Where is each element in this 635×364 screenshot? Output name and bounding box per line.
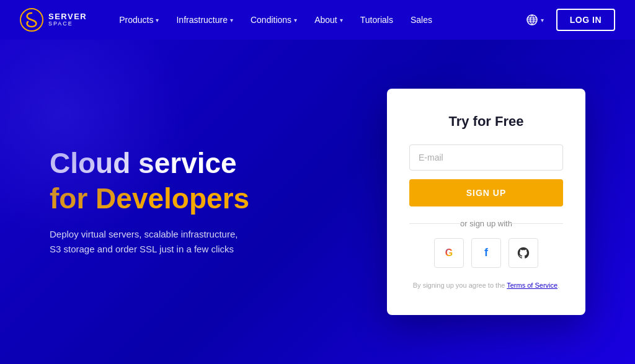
nav-products-label: Products: [119, 15, 153, 25]
divider-or-text: or sign up with: [409, 219, 563, 228]
social-buttons: G f: [409, 238, 563, 268]
nav-conditions-label: Conditions: [251, 15, 291, 25]
github-signin-button[interactable]: [508, 238, 538, 268]
logo-icon: [20, 8, 43, 32]
navbar: SERVER SPACE Products ▾ Infrastructure ▾…: [0, 0, 635, 40]
nav-tutorials[interactable]: Tutorials: [353, 10, 401, 30]
conditions-chevron-icon: ▾: [294, 17, 297, 24]
google-icon: G: [445, 247, 453, 259]
login-button[interactable]: LOG IN: [556, 9, 615, 31]
globe-icon: [526, 14, 538, 26]
nav-about-label: About: [314, 15, 337, 25]
terms-prefix: By signing up you agree to the: [413, 282, 507, 289]
language-chevron-icon: ▾: [541, 17, 544, 24]
nav-about[interactable]: About ▾: [307, 10, 350, 30]
facebook-signin-button[interactable]: f: [471, 238, 501, 268]
about-chevron-icon: ▾: [340, 17, 343, 24]
card-title: Try for Free: [409, 113, 563, 130]
brand-server: SERVER: [48, 12, 87, 21]
nav-infrastructure-label: Infrastructure: [176, 15, 227, 25]
nav-sales[interactable]: Sales: [403, 10, 440, 30]
brand-space: SPACE: [48, 21, 87, 27]
email-field[interactable]: [409, 144, 563, 171]
nav-menu: Products ▾ Infrastructure ▾ Conditions ▾…: [112, 10, 521, 30]
language-selector[interactable]: ▾: [521, 10, 549, 30]
nav-right: ▾ LOG IN: [521, 9, 615, 31]
hero-title-line1: Cloud service: [50, 147, 350, 180]
google-signin-button[interactable]: G: [434, 238, 464, 268]
facebook-icon: f: [484, 246, 488, 259]
infrastructure-chevron-icon: ▾: [230, 17, 233, 24]
hero-title-line2: for Developers: [50, 182, 350, 215]
signup-card: Try for Free SIGN UP or sign up with G f…: [387, 89, 585, 316]
products-chevron-icon: ▾: [156, 17, 159, 24]
signup-button[interactable]: SIGN UP: [409, 179, 563, 206]
logo-text: SERVER SPACE: [48, 12, 87, 27]
nav-products[interactable]: Products ▾: [112, 10, 166, 30]
github-icon: [517, 246, 530, 260]
nav-infrastructure[interactable]: Infrastructure ▾: [169, 10, 240, 30]
hero-subtitle: Deploy virtual servers, scalable infrast…: [50, 227, 273, 257]
nav-sales-label: Sales: [411, 15, 432, 25]
main-content: Cloud service for Developers Deploy virt…: [0, 40, 635, 364]
terms-text: By signing up you agree to the Terms of …: [409, 280, 563, 291]
nav-tutorials-label: Tutorials: [360, 15, 393, 25]
terms-link[interactable]: Terms of Service: [507, 282, 557, 289]
hero-section: Cloud service for Developers Deploy virt…: [50, 147, 387, 257]
nav-conditions[interactable]: Conditions ▾: [243, 10, 304, 30]
terms-period: .: [557, 282, 559, 289]
logo[interactable]: SERVER SPACE: [20, 8, 87, 32]
